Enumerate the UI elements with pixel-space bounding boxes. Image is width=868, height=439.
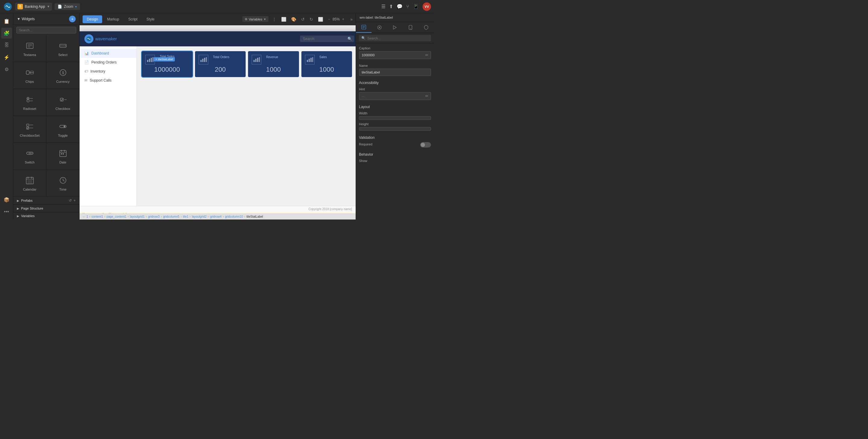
properties-tab-icon[interactable] <box>356 22 372 33</box>
more-options-icon[interactable]: ⋮ <box>271 16 278 23</box>
toggle-icon <box>58 121 68 132</box>
zoom-in-button[interactable]: + <box>341 16 345 22</box>
app-search-input[interactable] <box>300 36 354 42</box>
expand-panel-icon[interactable]: » <box>350 17 352 22</box>
variables-section[interactable]: ▶ Variables <box>13 212 79 220</box>
sidebar-database-icon[interactable]: 🗄 <box>1 40 12 50</box>
theme-icon[interactable]: 🎨 <box>290 16 298 23</box>
widgets-title[interactable]: ▼ Widgets <box>17 17 35 21</box>
prefabs-section[interactable]: ▶ Prefabs ↺ + <box>13 196 79 204</box>
switch-icon: OFFON <box>24 148 35 159</box>
widget-search-input[interactable] <box>16 27 76 33</box>
stat-tile-total-orders[interactable]: Total Orders 200 <box>195 51 246 77</box>
breadcrumb-gridrow4[interactable]: gridrow4 <box>210 215 221 218</box>
width-input[interactable] <box>359 116 431 120</box>
widget-currency[interactable]: $ Currency <box>46 62 79 89</box>
app-selector[interactable]: B Banking App ▼ <box>15 3 52 10</box>
checkboxset-icon <box>24 121 35 132</box>
total-sales-value: 1000000 <box>145 66 189 73</box>
sidebar-pages-icon[interactable]: 📋 <box>1 16 12 27</box>
zoom-tab-label: Zoom <box>64 4 73 9</box>
breadcrumb-layoutgrid2[interactable]: layoutgrid2 <box>192 215 207 218</box>
tab-style[interactable]: Style <box>142 15 159 23</box>
prefabs-refresh-icon[interactable]: ↺ <box>69 198 72 203</box>
hamburger-icon[interactable]: ☰ <box>381 4 385 9</box>
breadcrumb-content1[interactable]: content1 <box>92 215 103 218</box>
sidebar-widgets-icon[interactable]: 🧩 <box>1 28 12 38</box>
accessibility-section: Accessibility Hint — ✏ <box>359 81 431 100</box>
widget-toggle[interactable]: Toggle <box>46 116 79 142</box>
stat-tile-revenue[interactable]: Revenue 1000 <box>248 51 299 77</box>
undo-icon[interactable]: ↺ <box>300 16 306 23</box>
widget-select[interactable]: Select <box>46 35 79 62</box>
tab-design[interactable]: Design <box>83 15 102 23</box>
widget-calendar[interactable]: Calendar <box>13 170 46 196</box>
comments-icon[interactable]: 💬 <box>397 4 403 9</box>
breadcrumb-layoutgrid1[interactable]: layoutgrid1 <box>130 215 145 218</box>
hint-edit-icon[interactable]: ✏ <box>425 94 428 98</box>
widget-date[interactable]: Date <box>46 143 79 169</box>
device-tab-icon[interactable] <box>403 22 418 33</box>
breadcrumb-tile1[interactable]: tile1 <box>183 215 188 218</box>
app-logo-icon <box>84 34 93 43</box>
sidebar-apis-icon[interactable]: ⚡ <box>1 52 12 63</box>
tab-script[interactable]: Script <box>124 15 142 23</box>
widget-time[interactable]: Time <box>46 170 79 196</box>
breadcrumb-gridcolumn10[interactable]: gridcolumn10 <box>225 215 243 218</box>
widget-switch[interactable]: OFFON Switch <box>13 143 46 169</box>
nav-item-support-calls[interactable]: ✉ Support Calls <box>80 76 136 85</box>
user-avatar[interactable]: VV <box>423 2 431 11</box>
stat-tile-total-sales[interactable]: Total Sales + tileStatLabel 1000000 <box>142 51 193 77</box>
widget-radioset[interactable]: Radioset <box>13 89 46 115</box>
breadcrumb-back[interactable]: ← 1 <box>83 215 88 218</box>
widget-toggle-label: Toggle <box>58 134 67 137</box>
required-toggle-track[interactable] <box>420 142 431 147</box>
partial-notice-text: You are currently editing a partial page… <box>83 212 135 213</box>
page-structure-section[interactable]: ▶ Page Structure <box>13 204 79 212</box>
redo-icon[interactable]: ↻ <box>308 16 314 23</box>
variables-button[interactable]: ⊗ Variables ▼ <box>242 16 269 22</box>
required-label: Required <box>359 142 373 146</box>
nav-item-inventory[interactable]: 🏷 Inventory <box>80 67 136 76</box>
caption-edit-icon[interactable]: ✏ <box>425 53 428 57</box>
plus-icon: + <box>156 58 157 61</box>
hint-input[interactable]: — ✏ <box>359 92 431 100</box>
app-nav-sidebar: 📊 Dashboard 📄 Pending Orders 🏷 Inventory <box>80 46 137 206</box>
fullscreen-icon[interactable]: ⬜ <box>317 16 324 23</box>
events-tab-icon[interactable] <box>387 22 403 33</box>
nav-item-dashboard[interactable]: 📊 Dashboard <box>80 49 136 58</box>
device-preview-icon[interactable]: ⬜ <box>280 16 287 23</box>
fork-icon[interactable]: ⑂ <box>406 4 409 9</box>
required-toggle[interactable] <box>420 142 431 147</box>
deploy-icon[interactable]: ⬆ <box>389 4 393 9</box>
prefabs-add-icon[interactable]: + <box>73 198 76 203</box>
style-tab-icon[interactable] <box>372 22 387 33</box>
device-icon[interactable]: 📱 <box>413 4 419 9</box>
zoom-out-button[interactable]: − <box>327 16 331 22</box>
widget-checkboxset[interactable]: CheckboxSet <box>13 116 46 142</box>
tab-markup[interactable]: Markup <box>103 15 123 23</box>
breadcrumb-page-content1[interactable]: page_content1 <box>106 215 126 218</box>
svg-text:$: $ <box>62 71 64 75</box>
sidebar-more-icon[interactable]: ••• <box>1 206 12 217</box>
name-input[interactable]: tileStatLabel <box>359 69 431 76</box>
sidebar-components-icon[interactable]: 📦 <box>1 194 12 205</box>
svg-rect-54 <box>253 60 255 62</box>
add-widget-button[interactable]: + <box>69 16 76 22</box>
nav-item-pending-orders[interactable]: 📄 Pending Orders <box>80 58 136 67</box>
sidebar-settings-icon[interactable]: ⚙ <box>1 64 12 75</box>
breadcrumb-gridrow3[interactable]: gridrow3 <box>148 215 159 218</box>
widget-chips[interactable]: Chips <box>13 62 46 89</box>
properties-search-input[interactable] <box>367 36 429 40</box>
tile-stat-label-text: tileStatLabel <box>158 58 173 61</box>
widget-textarea[interactable]: Textarea <box>13 35 46 62</box>
height-input[interactable] <box>359 127 431 131</box>
layout-section: Layout Width Height <box>359 105 431 131</box>
security-tab-icon[interactable] <box>418 22 434 33</box>
stat-tile-sales[interactable]: Sales 1000 <box>301 51 352 77</box>
widget-checkbox[interactable]: Checkbox <box>46 89 79 115</box>
breadcrumb-gridcolumn5[interactable]: gridcolumn5 <box>163 215 179 218</box>
zoom-tab[interactable]: 📄 Zoom ● <box>55 3 80 10</box>
breadcrumb-tile-stat-label[interactable]: tileStatLabel <box>247 215 263 218</box>
caption-input[interactable]: 1000000 ✏ <box>359 51 431 59</box>
